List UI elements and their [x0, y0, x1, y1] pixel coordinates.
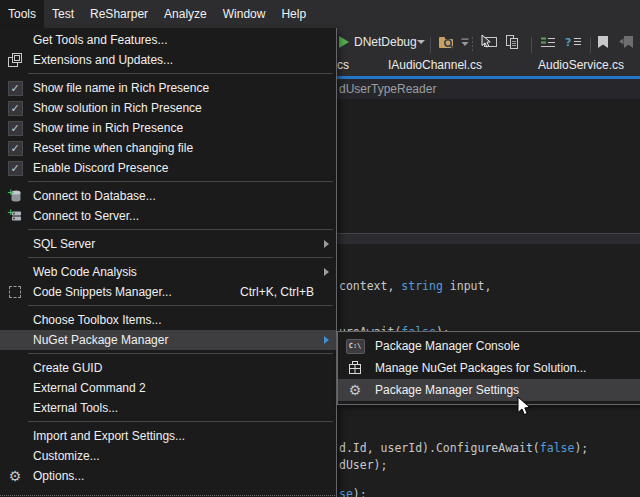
menu-item-label: Enable Discord Presence [33, 161, 168, 175]
help-comment-icon[interactable]: ? [565, 28, 582, 56]
menu-item-label: Package Manager Settings [375, 383, 519, 397]
gear-icon: ⚙ [2, 469, 28, 483]
bookmark-icon[interactable] [597, 28, 609, 56]
menu-item-show-solution-in-rich-presence[interactable]: ✓Show solution in Rich Presence [0, 98, 336, 118]
menubar-item-help[interactable]: Help [273, 0, 314, 28]
menu-item-label: Reset time when changing file [33, 141, 193, 155]
menubar-item-label: Window [223, 7, 266, 21]
code-token: se [339, 487, 353, 497]
check-icon: ✓ [2, 141, 28, 156]
menu-item-shortcut: Ctrl+K, Ctrl+B [240, 285, 314, 299]
menu-item-label: External Tools... [33, 401, 118, 415]
menu-separator [28, 229, 333, 230]
navigate-to-icon[interactable] [438, 28, 457, 56]
menubar-item-tools[interactable]: Tools [0, 0, 44, 28]
start-debug-icon[interactable] [339, 28, 349, 56]
menu-item-extensions-and-updates[interactable]: Extensions and Updates... [0, 50, 336, 70]
code-token: false [540, 441, 575, 455]
code-line: se); [339, 487, 367, 497]
toolbar-separator [430, 37, 431, 53]
menubar-item-test[interactable]: Test [44, 0, 82, 28]
menu-item-show-file-name-in-rich-presence[interactable]: ✓Show file name in Rich Presence [0, 78, 336, 98]
nuget-submenu: C:\Package Manager ConsoleManage NuGet P… [337, 331, 640, 405]
menu-item-connect-to-database[interactable]: +Connect to Database... [0, 186, 336, 206]
check-icon: ✓ [2, 101, 28, 116]
tab-cs[interactable]: cs [337, 58, 349, 72]
menu-item-package-manager-settings[interactable]: ⚙Package Manager Settings [338, 379, 640, 401]
editor-area[interactable] [337, 99, 640, 497]
pointer-window-icon[interactable] [480, 28, 498, 56]
menubar-item-analyze[interactable]: Analyze [156, 0, 215, 28]
check-icon: ✓ [2, 81, 28, 96]
svg-text:+: + [7, 188, 15, 197]
menu-item-label: Extensions and Updates... [33, 53, 173, 67]
menu-item-label: SQL Server [33, 237, 95, 251]
chevron-down-icon[interactable] [417, 28, 425, 56]
code-token: string [401, 279, 443, 293]
mouse-cursor [517, 396, 533, 418]
menu-item-label: Options... [33, 469, 84, 483]
menu-item-label: Connect to Server... [33, 209, 139, 223]
toolbar-separator [590, 37, 591, 53]
menu-item-label: Choose Toolbox Items... [33, 313, 162, 327]
menu-item-package-manager-console[interactable]: C:\Package Manager Console [338, 335, 640, 357]
overflow-chevron-icon[interactable] [461, 28, 469, 56]
menu-item-label: Get Tools and Features... [33, 33, 168, 47]
menu-item-label: Code Snippets Manager... [33, 285, 172, 299]
menu-item-label: Customize... [33, 449, 100, 463]
menu-separator [28, 257, 333, 258]
menu-item-sql-server[interactable]: SQL Server [0, 234, 336, 254]
menu-item-code-snippets-manager[interactable]: Code Snippets Manager...Ctrl+K, Ctrl+B [0, 282, 336, 302]
gear-icon: ⚙ [340, 383, 370, 397]
menu-item-reset-time-when-changing-file[interactable]: ✓Reset time when changing file [0, 138, 336, 158]
editor-splitter[interactable] [337, 233, 640, 244]
tab-iaudiochannel-cs[interactable]: IAudioChannel.cs [388, 58, 482, 72]
menu-item-show-time-in-rich-presence[interactable]: ✓Show time in Rich Presence [0, 118, 336, 138]
menubar-item-label: Analyze [164, 7, 207, 21]
menu-item-external-command-2[interactable]: External Command 2 [0, 378, 336, 398]
menu-item-create-guid[interactable]: Create GUID [0, 358, 336, 378]
extensions-icon [2, 52, 28, 68]
submenu-arrow-icon [324, 268, 329, 276]
menu-item-get-tools-and-features[interactable]: Get Tools and Features... [0, 30, 336, 50]
menu-item-connect-to-server[interactable]: +Connect to Server... [0, 206, 336, 226]
svg-text:+: + [7, 208, 15, 217]
menubar-item-label: ReSharper [90, 7, 148, 21]
run-config-selector[interactable]: DNetDebug [354, 35, 417, 49]
menu-item-choose-toolbox-items[interactable]: Choose Toolbox Items... [0, 310, 336, 330]
copy-structure-icon[interactable] [504, 28, 520, 56]
menu-separator [28, 305, 333, 306]
bookmark-faded-icon[interactable] [619, 28, 634, 56]
menu-item-external-tools[interactable]: External Tools... [0, 398, 336, 418]
menubar-item-window[interactable]: Window [215, 0, 274, 28]
menu-item-enable-discord-presence[interactable]: ✓Enable Discord Presence [0, 158, 336, 178]
svg-text:?: ? [565, 36, 571, 49]
menu-item-label: Connect to Database... [33, 189, 156, 203]
menu-item-options[interactable]: ⚙Options... [0, 466, 336, 486]
tab-audioservice-cs[interactable]: AudioService.cs [538, 58, 624, 72]
indent-lines-icon[interactable] [540, 28, 556, 56]
check-icon: ✓ [2, 121, 28, 136]
menu-item-label: Create GUID [33, 361, 102, 375]
menu-item-web-code-analysis[interactable]: Web Code Analysis [0, 262, 336, 282]
menu-item-manage-nuget-packages-for-solution[interactable]: Manage NuGet Packages for Solution... [338, 357, 640, 379]
menubar-item-label: Tools [8, 7, 36, 21]
menu-item-label: NuGet Package Manager [33, 333, 168, 347]
menu-item-label: Show solution in Rich Presence [33, 101, 202, 115]
vs-ide-window: DNetDebug? ToolsTestReSharperAnalyzeWind… [0, 0, 640, 497]
menu-item-label: Manage NuGet Packages for Solution... [375, 361, 586, 375]
code-line: context, string input, [339, 279, 491, 293]
menubar-item-resharper[interactable]: ReSharper [82, 0, 156, 28]
database-add-icon: + [2, 188, 28, 204]
tools-menu: Get Tools and Features...Extensions and … [0, 28, 337, 497]
menu-item-nuget-package-manager[interactable]: NuGet Package Manager [0, 330, 336, 350]
menu-item-import-and-export-settings[interactable]: Import and Export Settings... [0, 426, 336, 446]
snippets-icon [2, 286, 28, 298]
code-line: dUser); [339, 458, 387, 472]
menu-item-label: Show time in Rich Presence [33, 121, 183, 135]
menu-item-customize[interactable]: Customize... [0, 446, 336, 466]
menu-item-label: Package Manager Console [375, 339, 520, 353]
breadcrumb-bar[interactable]: dUserTypeReader [337, 79, 640, 100]
nuget-package-icon [340, 360, 370, 376]
submenu-arrow-icon [324, 336, 329, 344]
